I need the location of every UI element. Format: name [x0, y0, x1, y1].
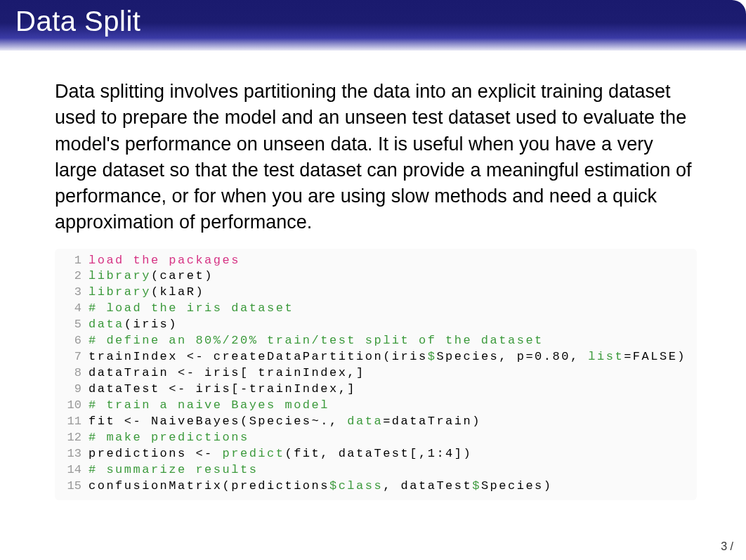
line-number: 15	[60, 478, 81, 495]
code-token: # define an 80%/20% train/test split of …	[89, 333, 544, 349]
code-line: 11fit <- NaiveBayes(Species~., data=data…	[60, 414, 691, 430]
code-token: predict	[223, 446, 285, 462]
code-token: fit <- NaiveBayes(Species~.,	[89, 414, 347, 430]
code-line: 2library(caret)	[60, 268, 691, 285]
code-token: , dataTest	[383, 478, 472, 495]
code-line: 4# load the iris dataset	[60, 301, 691, 317]
code-line: 6# define an 80%/20% train/test split of…	[60, 333, 691, 349]
line-number: 9	[60, 382, 81, 398]
code-token: data	[89, 317, 124, 333]
code-token: data	[347, 414, 383, 430]
code-token: Species)	[481, 478, 553, 495]
code-token: $	[428, 349, 437, 365]
line-number: 1	[60, 253, 81, 269]
code-line: 9dataTest <- iris[-trainIndex,]	[60, 382, 691, 398]
code-token: (fit, dataTest[,1:4])	[284, 446, 472, 462]
code-line: 10# train a naive Bayes model	[60, 398, 691, 414]
code-line: 8dataTrain <- iris[ trainIndex,]	[60, 365, 691, 382]
code-token: (iris)	[124, 317, 178, 333]
code-token: # train a naive Bayes model	[89, 398, 329, 414]
code-token: =FALSE)	[624, 349, 686, 365]
line-number: 12	[60, 430, 81, 446]
code-token: predictions <-	[89, 446, 223, 462]
code-token: load the packages	[89, 253, 240, 269]
code-token: trainIndex <- createDataPartition(iris	[89, 349, 428, 365]
line-number: 2	[60, 268, 81, 285]
code-line: 14# summarize results	[60, 462, 691, 478]
code-token: dataTest <- iris[-trainIndex,]	[89, 382, 356, 398]
line-number: 11	[60, 414, 81, 430]
code-line: 5data(iris)	[60, 317, 691, 333]
line-number: 14	[60, 462, 81, 478]
line-number: 13	[60, 446, 81, 462]
code-token: (caret)	[151, 268, 214, 285]
code-token: Species, p=0.80,	[436, 349, 588, 365]
slide-title: Data Split	[15, 6, 731, 37]
code-line: 12# make predictions	[60, 430, 691, 446]
slide: Data Split Data splitting involves parti…	[0, 0, 746, 560]
code-line: 7trainIndex <- createDataPartition(iris$…	[60, 349, 691, 365]
code-token: confusionMatrix(predictions	[89, 478, 329, 495]
line-number: 4	[60, 301, 81, 317]
code-line: 13predictions <- predict(fit, dataTest[,…	[60, 446, 691, 462]
code-token: # load the iris dataset	[89, 301, 294, 317]
line-number: 6	[60, 333, 81, 349]
code-token: $class	[329, 478, 383, 495]
body-paragraph: Data splitting involves partitioning the…	[55, 79, 697, 236]
line-number: 5	[60, 317, 81, 333]
line-number: 10	[60, 398, 81, 414]
code-listing: 1load the packages2library(caret)3librar…	[55, 249, 697, 500]
code-token: dataTrain <- iris[ trainIndex,]	[89, 365, 365, 382]
line-number: 7	[60, 349, 81, 365]
page-number: 3 /	[721, 540, 733, 553]
line-number: 3	[60, 285, 81, 301]
code-token: $	[472, 478, 481, 495]
code-token: =dataTrain)	[383, 414, 481, 430]
code-token: # summarize results	[89, 462, 258, 478]
slide-content: Data splitting involves partitioning the…	[0, 51, 746, 500]
code-token: list	[588, 349, 624, 365]
title-bar: Data Split	[0, 0, 746, 51]
code-token: library	[89, 268, 151, 285]
code-token: (klaR)	[151, 285, 204, 301]
code-token: # make predictions	[89, 430, 249, 446]
code-token: library	[89, 285, 151, 301]
line-number: 8	[60, 365, 81, 382]
code-line: 1load the packages	[60, 253, 691, 269]
code-line: 3library(klaR)	[60, 285, 691, 301]
code-line: 15confusionMatrix(predictions$class, dat…	[60, 478, 691, 495]
